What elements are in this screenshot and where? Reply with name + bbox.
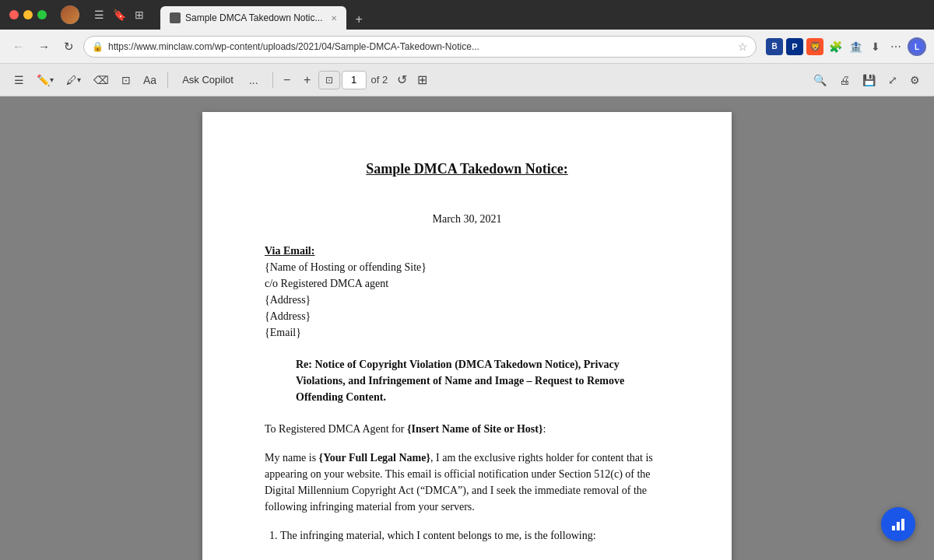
pdf-sidebar-toggle[interactable]: ☰ — [9, 71, 29, 89]
pdf-annotation-button[interactable]: ✏️ ▾ — [32, 71, 58, 89]
pdf-toolbar: ☰ ✏️ ▾ 🖊 ▾ ⌫ ⊡ Aa Ask Copilot ... − + ⊡ … — [0, 64, 934, 96]
svg-text:L: L — [915, 43, 919, 51]
address-bar[interactable]: 🔒 https://www.minclaw.com/wp-content/upl… — [83, 36, 757, 58]
maximize-button[interactable] — [37, 10, 47, 19]
font-icon: Aa — [143, 74, 156, 86]
re-subject: Re: Notice of Copyright Violation (DMCA … — [296, 356, 669, 405]
brave-extension-icon[interactable]: 🦁 — [806, 38, 823, 55]
address-line-5: {Email} — [265, 324, 669, 341]
pdf-font-button[interactable]: Aa — [139, 71, 161, 89]
dual-page-button[interactable]: ⊞ — [413, 71, 431, 89]
address-line-3: {Address} — [265, 292, 669, 308]
pdf-right-tools: 🔍 🖨 💾 ⤢ ⚙ — [809, 71, 925, 89]
pdf-highlight-button[interactable]: 🖊 ▾ — [61, 71, 86, 89]
document-title: Sample DMCA Takedown Notice: — [265, 159, 669, 180]
address-line-1: {Name of Hosting or offending Site} — [265, 259, 669, 275]
highlight-chevron-icon: ▾ — [77, 75, 81, 84]
leo-ai-icon[interactable]: L — [908, 37, 926, 56]
toolbar-separator-2 — [272, 72, 273, 88]
minimize-button[interactable] — [23, 10, 33, 19]
dual-page-icon: ⊞ — [417, 72, 427, 87]
to-line-end: : — [542, 423, 546, 435]
zoom-in-button[interactable]: + — [298, 71, 317, 89]
textbox-icon: ⊡ — [121, 74, 131, 86]
pdf-print-button[interactable]: 🖨 — [834, 71, 855, 89]
address-line-4: {Address} — [265, 308, 669, 324]
address-line-2: c/o Registered DMCA agent — [265, 275, 669, 292]
nav-bar: ← → ↻ 🔒 https://www.minclaw.com/wp-conte… — [0, 30, 934, 64]
rotate-icon: ↺ — [397, 72, 407, 87]
svg-rect-4 — [901, 519, 904, 530]
to-paragraph: To Registered DMCA Agent for {Insert Nam… — [265, 421, 669, 437]
list-item-1: The infringing material, which I content… — [280, 527, 669, 544]
back-button[interactable]: ← — [8, 37, 29, 56]
active-tab[interactable]: Sample DMCA Takedown Notic... ✕ — [160, 6, 346, 30]
pdf-textbox-button[interactable]: ⊡ — [117, 71, 135, 89]
fit-to-page-button[interactable]: ⊡ — [318, 71, 340, 89]
close-button[interactable] — [9, 10, 19, 19]
tab-close-button[interactable]: ✕ — [331, 14, 337, 23]
download-icon[interactable]: ⬇ — [867, 38, 884, 55]
gear-icon: ⚙ — [910, 74, 920, 86]
zoom-out-button[interactable]: − — [278, 71, 297, 89]
tab-grid-icon[interactable]: ⊞ — [131, 6, 148, 23]
wallet-icon[interactable]: 🏦 — [847, 38, 864, 55]
url-text: https://www.minclaw.com/wp-content/uploa… — [108, 41, 733, 52]
pdf-page: Sample DMCA Takedown Notice: March 30, 2… — [202, 112, 732, 560]
pdf-viewer[interactable]: Sample DMCA Takedown Notice: March 30, 2… — [0, 96, 934, 560]
insert-site-placeholder: {Insert Name of Site or Host} — [407, 423, 542, 435]
sidebar-panel-icon: ☰ — [14, 74, 24, 86]
rotate-button[interactable]: ↺ — [392, 71, 411, 89]
print-icon: 🖨 — [839, 74, 850, 86]
more-tools-icon: ... — [249, 74, 258, 86]
page-number-input[interactable] — [342, 71, 367, 89]
sidebar-toggle-icon[interactable]: ☰ — [90, 6, 107, 23]
pdf-fullscreen-button[interactable]: ⤢ — [883, 71, 902, 89]
bookmark-star-button[interactable]: ☆ — [738, 40, 748, 53]
bookmark-icon[interactable]: 🔖 — [111, 6, 128, 23]
svg-rect-3 — [897, 522, 900, 530]
body-paragraph-1: My name is {Your Full Legal Name}, I am … — [265, 450, 669, 515]
ask-copilot-button[interactable]: Ask Copilot — [174, 71, 241, 89]
new-tab-button[interactable]: + — [349, 9, 369, 30]
body1-start: My name is — [265, 452, 319, 464]
pdf-erase-button[interactable]: ⌫ — [89, 71, 114, 89]
pdf-settings-button[interactable]: ⚙ — [905, 71, 925, 89]
save-icon: 💾 — [862, 74, 876, 86]
tab-bar: Sample DMCA Takedown Notic... ✕ + — [160, 0, 925, 30]
bitwarden-extension-icon[interactable]: B — [766, 38, 783, 55]
page-count: of 2 — [371, 74, 388, 86]
refresh-button[interactable]: ↻ — [59, 37, 79, 57]
pdf-save-button[interactable]: 💾 — [858, 71, 880, 89]
paypal-extension-icon[interactable]: P — [786, 38, 803, 55]
toolbar-separator-1 — [167, 72, 168, 88]
extensions-button[interactable]: 🧩 — [827, 38, 844, 55]
floating-action-button[interactable] — [881, 507, 915, 541]
full-name-placeholder: {Your Full Legal Name} — [319, 452, 430, 464]
extension-icons: B P 🦁 🧩 🏦 ⬇ ⋯ L — [766, 37, 926, 56]
chart-icon — [890, 516, 906, 532]
annotation-chevron-icon: ▾ — [50, 75, 54, 84]
eraser-icon: ⌫ — [93, 74, 109, 86]
title-bar: ☰ 🔖 ⊞ Sample DMCA Takedown Notic... ✕ + — [0, 0, 934, 30]
via-label: Via Email: — [265, 245, 314, 257]
pdf-zoom-controls: − + ⊡ of 2 ↺ ⊞ — [269, 71, 432, 89]
fit-icon: ⊡ — [325, 75, 333, 86]
svg-rect-2 — [892, 526, 895, 530]
pdf-more-tools-button[interactable]: ... — [244, 71, 263, 89]
numbered-list: The infringing material, which I content… — [280, 527, 669, 544]
to-line-start: To Registered DMCA Agent for — [265, 423, 407, 435]
forward-icon: → — [38, 40, 50, 53]
more-menu-button[interactable]: ⋯ — [887, 38, 904, 55]
forward-button[interactable]: → — [33, 37, 54, 56]
fullscreen-icon: ⤢ — [888, 74, 897, 86]
lock-icon: 🔒 — [92, 41, 104, 52]
back-icon: ← — [12, 40, 24, 53]
tab-title: Sample DMCA Takedown Notic... — [185, 12, 323, 23]
annotation-icon: ✏️ — [37, 74, 50, 86]
pdf-search-button[interactable]: 🔍 — [809, 71, 831, 89]
traffic-lights — [9, 10, 47, 19]
document-date: March 30, 2021 — [265, 211, 669, 227]
address-block: Via Email: {Name of Hosting or offending… — [265, 243, 669, 341]
pdf-tab-icon — [170, 12, 181, 23]
